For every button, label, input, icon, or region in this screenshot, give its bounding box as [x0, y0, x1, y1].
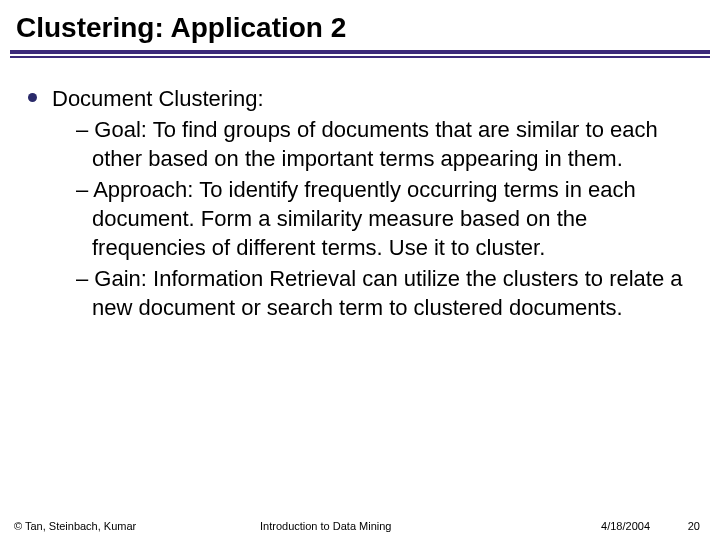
- slide-title: Clustering: Application 2: [0, 0, 720, 50]
- dash-icon: –: [76, 117, 94, 142]
- sub-text: : Information Retrieval can utilize the …: [92, 266, 683, 320]
- sub-label: Goal: [94, 117, 140, 142]
- footer-copyright: © Tan, Steinbach, Kumar: [14, 520, 136, 532]
- sub-label: Approach: [93, 177, 187, 202]
- sub-item-gain: – Gain: Information Retrieval can utiliz…: [76, 264, 690, 322]
- sub-text: : To find groups of documents that are s…: [92, 117, 658, 171]
- title-rule-thick: [10, 50, 710, 54]
- sub-item-goal: – Goal: To find groups of documents that…: [76, 115, 690, 173]
- main-bullet-text: Document Clustering:: [52, 84, 690, 113]
- dash-icon: –: [76, 266, 94, 291]
- slide-body: Document Clustering: – Goal: To find gro…: [0, 58, 720, 322]
- dash-icon: –: [76, 177, 93, 202]
- sub-label: Gain: [94, 266, 140, 291]
- bullet-icon: [28, 93, 37, 102]
- footer-page: 20: [688, 520, 700, 532]
- sub-item-approach: – Approach: To identify frequently occur…: [76, 175, 690, 262]
- footer-course: Introduction to Data Mining: [260, 520, 391, 532]
- sub-bullet-list: – Goal: To find groups of documents that…: [52, 113, 690, 322]
- footer-date: 4/18/2004: [601, 520, 650, 532]
